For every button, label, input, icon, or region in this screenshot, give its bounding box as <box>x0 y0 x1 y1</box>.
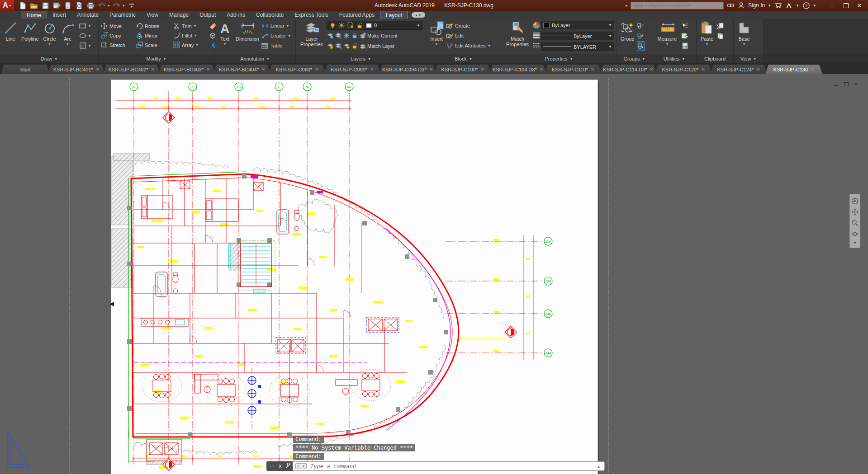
ribbon-tab-manage[interactable]: Manage <box>164 11 194 19</box>
panel-label-annotation[interactable]: Annotation▼ <box>214 54 295 63</box>
layer-turn-on-icon[interactable] <box>327 42 334 50</box>
layer-isolate-icon[interactable] <box>335 32 342 39</box>
file-tab-ksr-sjp-c104-d3[interactable]: KSR-SJP-C104 D3*✕ <box>489 65 546 74</box>
file-tab-ksr-sjp-c130[interactable]: KSR-SJP-C130✕ <box>765 65 822 74</box>
autodesk-exchange-icon[interactable] <box>785 2 793 9</box>
help-icon[interactable]: ? <box>802 2 810 9</box>
mirror-button[interactable]: Mirror <box>136 31 173 40</box>
file-tab-close-icon[interactable]: ✕ <box>650 67 653 72</box>
open-file-icon[interactable] <box>29 1 39 10</box>
app-menu-button[interactable]: A▼ <box>0 0 15 11</box>
insert-button[interactable]: Insert▼ <box>428 20 445 47</box>
file-tab-close-icon[interactable]: ✕ <box>261 67 265 72</box>
layer-off-icon[interactable] <box>327 32 334 39</box>
match-layer-icon[interactable] <box>359 42 366 50</box>
cut-button[interactable] <box>716 21 724 30</box>
file-tab-ksr-sjp-c124[interactable]: KSR-SJP-C124*✕ <box>710 65 767 74</box>
file-tab-close-icon[interactable]: ✕ <box>591 67 594 72</box>
file-tab-ksr-sjp-c110[interactable]: KSR-SJP-C110*✕ <box>545 65 602 74</box>
move-button[interactable]: Move <box>100 22 136 31</box>
match-layer-button[interactable]: Match Layer <box>367 43 395 49</box>
panel-label-groups[interactable]: Groups▼ <box>617 54 652 63</box>
layer-color-swatch[interactable] <box>365 22 372 29</box>
layer-freeze-icon[interactable] <box>343 32 350 39</box>
group-selection-toggle[interactable] <box>637 41 645 51</box>
file-tab-ksr-sjp-c114-d3[interactable]: KSR-SJP-C114 D3*✕ <box>600 65 657 74</box>
dimension-button[interactable]: Dimension <box>234 20 261 42</box>
save-to-mobile-icon[interactable] <box>74 1 84 10</box>
polyline-button[interactable]: Polyline <box>20 20 40 42</box>
stretch-button[interactable]: Stretch <box>100 41 136 50</box>
panel-label-modify[interactable]: Modify▼ <box>99 54 214 63</box>
file-tab-ksr-sjp-c094-d3[interactable]: KSR-SJP-C094 D3*✕ <box>379 65 436 74</box>
help-caret-icon[interactable]: ▼ <box>813 4 816 8</box>
minimize-button[interactable]: – <box>825 0 839 10</box>
viewport-restore-icon[interactable] <box>843 81 849 87</box>
file-tab-close-icon[interactable]: ✕ <box>540 67 543 72</box>
panel-label-utilities[interactable]: Utilities▼ <box>652 54 696 63</box>
file-tab-close-icon[interactable]: ✕ <box>811 67 814 72</box>
quick-calc-button[interactable] <box>681 41 688 50</box>
file-tab-ksr-sjp-bc402[interactable]: KSR-SJP-BC402*✕ <box>103 65 160 74</box>
file-tab-ksr-sjp-c090[interactable]: KSR-SJP-C090*✕ <box>324 65 381 74</box>
layer-select-caret-icon[interactable]: ▼ <box>417 23 420 28</box>
file-tab-ksr-sjp-bc403[interactable]: KSR-SJP-BC403*✕ <box>158 65 215 74</box>
paste-button[interactable]: Paste▼ <box>698 20 716 47</box>
ribbon-tab-express-tools[interactable]: Express Tools <box>289 11 333 19</box>
vp-freeze-icon[interactable] <box>347 22 354 29</box>
make-current-icon[interactable] <box>359 32 366 39</box>
ribbon-tab-layout[interactable]: Layout <box>380 11 408 19</box>
match-properties-button[interactable]: Match Properties <box>503 20 532 47</box>
drawing-area[interactable]: J1KK1LMM111A13A13B14A ✕ ▼ Command:**** N… <box>0 74 868 474</box>
file-tab-close-icon[interactable]: ✕ <box>756 67 760 72</box>
layer-unlock2-icon[interactable] <box>351 42 358 50</box>
layer-lock-icon[interactable] <box>351 32 358 39</box>
close-button[interactable]: ✕ <box>853 0 866 10</box>
select-similar-button[interactable] <box>681 31 688 40</box>
file-tab-ksr-sjp-c100[interactable]: KSR-SJP-C100*✕ <box>434 65 491 74</box>
command-grip-icon[interactable]: ⋮⋮ <box>268 464 275 469</box>
ribbon-tab-collaborate[interactable]: Collaborate <box>251 11 289 19</box>
panel-label-layers[interactable]: Layers▼ <box>296 54 426 63</box>
layer-select[interactable]: 0 ▼ <box>327 21 422 30</box>
object-color-select[interactable]: ByLayer▼ <box>541 21 614 29</box>
ribbon-tab-output[interactable]: Output <box>194 11 221 19</box>
line-button[interactable]: Line <box>2 20 19 42</box>
file-tab-close-icon[interactable]: ✕ <box>370 67 374 72</box>
redo-icon[interactable] <box>112 1 122 10</box>
hatch-button[interactable]: ▼ <box>79 41 91 50</box>
qat-customize-icon[interactable] <box>127 1 137 10</box>
base-button[interactable]: Base▼ <box>735 20 753 47</box>
app-store-cart-icon[interactable] <box>774 2 782 9</box>
linetype-select[interactable]: BYLAYER▼ <box>541 42 614 51</box>
open-from-mobile-icon[interactable] <box>63 1 73 10</box>
file-tab-close-icon[interactable]: ✕ <box>151 67 155 72</box>
file-tab-close-icon[interactable]: ✕ <box>480 67 484 72</box>
exchange-caret-icon[interactable]: ▼ <box>796 4 799 8</box>
rectangle-button[interactable]: ▼ <box>79 21 91 30</box>
panel-label-draw[interactable]: Draw▼ <box>0 54 98 63</box>
file-tab-start[interactable]: Start <box>1 65 50 74</box>
restore-button[interactable] <box>839 0 853 10</box>
save-icon[interactable] <box>40 1 50 10</box>
search-input[interactable] <box>631 2 724 9</box>
rotate-button[interactable]: Rotate <box>136 22 173 31</box>
file-tab-ksr-sjp-c120[interactable]: KSR-SJP-C120*✕ <box>655 65 712 74</box>
new-file-icon[interactable] <box>18 1 28 10</box>
ungroup-button[interactable] <box>637 21 645 30</box>
layer-on-icon[interactable] <box>329 22 336 29</box>
layer-unisolate-icon[interactable] <box>335 42 342 50</box>
table-button[interactable]: Table <box>261 41 291 50</box>
layer-unlock-icon[interactable] <box>356 22 363 29</box>
ribbon-tab-featured-apps[interactable]: Featured Apps <box>334 11 380 19</box>
make-current-button[interactable]: Make Current <box>367 33 398 38</box>
create-block-button[interactable]: Create <box>446 21 491 30</box>
edit-attributes-button[interactable]: Edit Attributes▼ <box>446 41 491 50</box>
undo-icon[interactable] <box>97 1 107 10</box>
search-icon[interactable] <box>726 2 735 9</box>
ribbon-tab-annotate[interactable]: Annotate <box>71 11 104 19</box>
group-button[interactable]: Group <box>619 20 636 42</box>
lineweight-select[interactable]: ByLayer▼ <box>541 32 614 40</box>
panel-label-block[interactable]: Block▼ <box>426 54 501 63</box>
command-customize-icon[interactable] <box>285 463 291 469</box>
